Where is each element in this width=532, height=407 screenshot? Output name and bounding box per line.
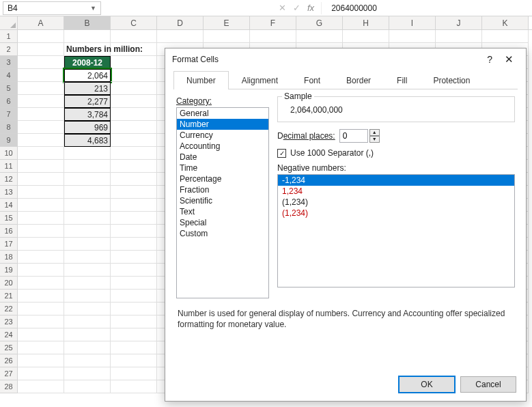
cell-A3[interactable] [18, 56, 64, 69]
row-header-6[interactable]: 6 [0, 95, 18, 108]
ok-button[interactable]: OK [399, 376, 455, 393]
cell-A28[interactable] [18, 380, 64, 393]
cell-B28[interactable] [64, 380, 111, 393]
row-header-23[interactable]: 23 [0, 315, 18, 328]
row-header-14[interactable]: 14 [0, 199, 18, 212]
row-header-11[interactable]: 11 [0, 160, 18, 173]
cell-A15[interactable] [18, 212, 64, 225]
name-box[interactable]: B4 ▼ [3, 1, 101, 15]
row-header-16[interactable]: 16 [0, 225, 18, 238]
cell-C7[interactable] [111, 108, 157, 121]
negative-option-3[interactable]: (1,234) [278, 208, 514, 219]
cell-B16[interactable] [64, 225, 111, 238]
row-header-26[interactable]: 26 [0, 354, 18, 367]
column-header-I[interactable]: I [389, 16, 436, 29]
cell-B11[interactable] [64, 160, 111, 173]
cell-A27[interactable] [18, 367, 64, 380]
cell-C21[interactable] [111, 290, 157, 303]
cell-A23[interactable] [18, 315, 64, 328]
row-header-25[interactable]: 25 [0, 341, 18, 354]
cell-B9[interactable]: 4,683 [64, 134, 111, 147]
column-header-E[interactable]: E [204, 16, 250, 29]
cell-A10[interactable] [18, 147, 64, 160]
cell-B5[interactable]: 213 [64, 82, 111, 95]
tab-fill[interactable]: Fill [384, 71, 420, 89]
cell-B20[interactable] [64, 277, 111, 290]
cell-A13[interactable] [18, 186, 64, 199]
row-header-18[interactable]: 18 [0, 251, 18, 264]
cell-C14[interactable] [111, 199, 157, 212]
cell-C4[interactable] [111, 69, 157, 82]
cell-B18[interactable] [64, 251, 111, 264]
category-special[interactable]: Special [177, 217, 268, 228]
column-header-C[interactable]: C [111, 16, 157, 29]
cell-C27[interactable] [111, 367, 157, 380]
category-list[interactable]: GeneralNumberCurrencyAccountingDateTimeP… [176, 107, 269, 298]
negative-option-2[interactable]: (1,234) [278, 197, 514, 208]
cell-B21[interactable] [64, 290, 111, 303]
cell-B22[interactable] [64, 303, 111, 315]
column-header-A[interactable]: A [18, 16, 64, 29]
row-header-4[interactable]: 4 [0, 69, 18, 82]
cell-A26[interactable] [18, 354, 64, 367]
dialog-titlebar[interactable]: Format Cells ? ✕ [165, 48, 526, 70]
column-header-J[interactable]: J [436, 16, 482, 29]
tab-protection[interactable]: Protection [420, 71, 483, 89]
cell-A6[interactable] [18, 95, 64, 108]
cell-C19[interactable] [111, 264, 157, 277]
formula-bar-value[interactable]: 2064000000 [328, 3, 377, 13]
tab-border[interactable]: Border [333, 71, 384, 89]
cell-C3[interactable] [111, 56, 157, 69]
column-header-B[interactable]: B [64, 16, 111, 29]
cell-A5[interactable] [18, 82, 64, 95]
category-date[interactable]: Date [177, 152, 268, 163]
row-header-9[interactable]: 9 [0, 134, 18, 147]
row-header-27[interactable]: 27 [0, 367, 18, 380]
thousand-separator-checkbox[interactable]: ✓ [277, 149, 286, 158]
cell-C9[interactable] [111, 134, 157, 147]
cell-A1[interactable] [18, 30, 64, 43]
cell-C22[interactable] [111, 303, 157, 315]
cell-C15[interactable] [111, 212, 157, 225]
cell-B14[interactable] [64, 199, 111, 212]
cell-C26[interactable] [111, 354, 157, 367]
cell-F1[interactable] [250, 30, 296, 43]
cell-A9[interactable] [18, 134, 64, 147]
cell-C25[interactable] [111, 341, 157, 354]
row-header-17[interactable]: 17 [0, 238, 18, 251]
column-header-K[interactable]: K [482, 16, 529, 29]
row-header-22[interactable]: 22 [0, 303, 18, 315]
tab-number[interactable]: Number [173, 71, 229, 89]
category-scientific[interactable]: Scientific [177, 195, 268, 206]
row-header-19[interactable]: 19 [0, 264, 18, 277]
category-fraction[interactable]: Fraction [177, 184, 268, 195]
cell-C5[interactable] [111, 82, 157, 95]
row-header-21[interactable]: 21 [0, 290, 18, 303]
cell-A8[interactable] [18, 121, 64, 134]
row-header-15[interactable]: 15 [0, 212, 18, 225]
row-header-20[interactable]: 20 [0, 277, 18, 290]
select-all-triangle[interactable] [0, 16, 18, 29]
cell-A21[interactable] [18, 290, 64, 303]
column-header-F[interactable]: F [250, 16, 296, 29]
category-custom[interactable]: Custom [177, 228, 268, 239]
cell-B10[interactable] [64, 147, 111, 160]
cell-B4[interactable]: 2,064 [64, 69, 111, 82]
cell-B8[interactable]: 969 [64, 121, 111, 134]
category-currency[interactable]: Currency [177, 130, 268, 141]
cell-C2[interactable] [111, 43, 157, 56]
cell-A11[interactable] [18, 160, 64, 173]
cell-B1[interactable] [64, 30, 111, 43]
cell-J1[interactable] [436, 30, 482, 43]
cell-A16[interactable] [18, 225, 64, 238]
row-header-5[interactable]: 5 [0, 82, 18, 95]
category-general[interactable]: General [177, 108, 268, 119]
cell-C28[interactable] [111, 380, 157, 393]
cell-C13[interactable] [111, 186, 157, 199]
category-accounting[interactable]: Accounting [177, 141, 268, 152]
cell-B3[interactable]: 2008-12 [64, 56, 111, 69]
category-percentage[interactable]: Percentage [177, 173, 268, 184]
cell-C1[interactable] [111, 30, 157, 43]
help-icon[interactable]: ? [480, 54, 499, 65]
category-time[interactable]: Time [177, 163, 268, 173]
